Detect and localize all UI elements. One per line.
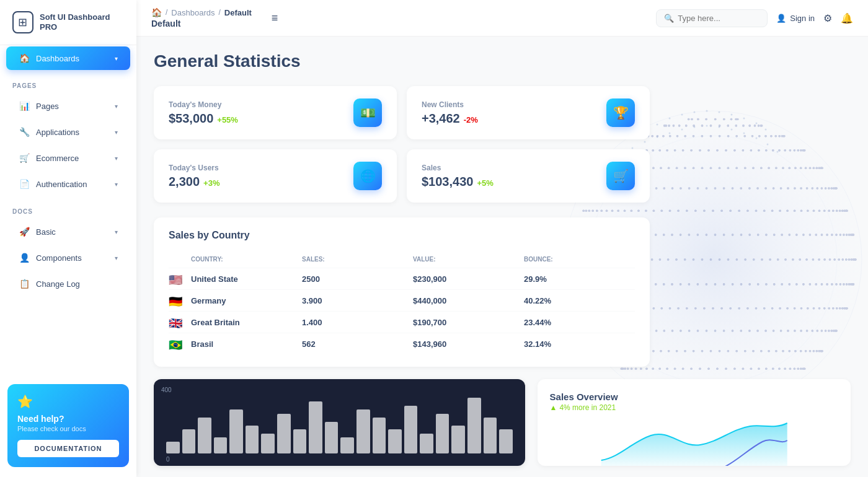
stat-value: $53,000 [169, 112, 213, 126]
country-sales: 3.900 [302, 296, 413, 305]
chart-bar [325, 422, 339, 453]
country-value: $440,000 [413, 296, 524, 305]
country-sales: 2500 [302, 274, 413, 284]
sidebar-item-changelog[interactable]: 📋 Change Log [6, 272, 130, 295]
stat-change: +55% [217, 115, 238, 125]
country-header-row: Country: Sales: Value: Bounce: [169, 251, 635, 268]
page-title: Default [151, 19, 252, 28]
stat-icon-money: 💵 [353, 98, 382, 127]
country-sales: 1.400 [302, 318, 413, 327]
settings-icon[interactable]: ⚙ [823, 12, 832, 24]
svg-point-545 [852, 258, 854, 261]
chevron-down-icon: ▾ [115, 103, 118, 110]
pages-icon: 📊 [19, 100, 30, 112]
country-value: $143,960 [413, 339, 524, 349]
svg-point-719 [852, 234, 854, 236]
breadcrumb: 🏠 / Dashboards / Default [151, 7, 252, 17]
col-header-value: Value: [413, 256, 524, 263]
overview-title: Sales Overview [550, 392, 838, 402]
sales-country-title: Sales by Country [169, 230, 635, 241]
chart-bar [436, 414, 450, 453]
overview-chart [550, 417, 838, 466]
svg-point-544 [854, 258, 856, 261]
components-icon: 👤 [19, 252, 30, 263]
logo-icon: ⊞ [12, 11, 33, 33]
breadcrumb-dashboards[interactable]: Dashboards [171, 8, 215, 17]
sidebar-item-dashboards[interactable]: 🏠 Dashboards ▾ [6, 46, 130, 70]
svg-point-630 [854, 258, 857, 261]
chart-bar [420, 434, 433, 453]
svg-point-628 [852, 258, 854, 261]
chart-bar [388, 429, 402, 453]
overview-header: Sales Overview ▲ 4% more in 2021 [550, 392, 838, 412]
chart-bar [229, 409, 243, 453]
ecommerce-icon: 🛒 [19, 152, 30, 164]
svg-point-542 [854, 258, 857, 261]
sales-overview-card: Sales Overview ▲ 4% more in 2021 [538, 379, 851, 466]
country-value: $190,700 [413, 318, 524, 327]
country-row: 🇩🇪 Germany 3.900 $440,000 40.22% [169, 290, 635, 312]
help-title: Need help? [17, 414, 119, 424]
svg-point-632 [852, 234, 854, 236]
sidebar-item-label: Components [36, 253, 82, 263]
overview-subtitle: ▲ 4% more in 2021 [550, 403, 838, 412]
chart-bar [451, 426, 465, 453]
sidebar-item-components[interactable]: 👤 Components ▾ [6, 246, 130, 269]
changelog-icon: 📋 [19, 278, 30, 289]
stat-label: Sales [422, 164, 494, 172]
sidebar-item-ecommerce[interactable]: 🛒 Ecommerce ▾ [6, 146, 130, 170]
flag-gb: 🇬🇧 [169, 317, 184, 328]
dashboards-icon: 🏠 [19, 53, 30, 64]
country-bounce: 32.14% [524, 339, 635, 349]
svg-point-453 [852, 283, 855, 286]
sales-country-card: Sales by Country Country: Sales: Value: … [154, 217, 650, 367]
country-name: Brasil [191, 339, 302, 349]
chart-bar [166, 442, 180, 453]
chevron-down-icon: ▾ [115, 55, 118, 62]
stat-value: 2,300 [169, 175, 200, 189]
search-box: 🔍 [656, 9, 768, 27]
country-row: 🇧🇷 Brasil 562 $143,960 32.14% [169, 333, 635, 354]
sidebar-logo: ⊞ Soft UI Dashboard PRO [0, 0, 136, 45]
search-icon: 🔍 [664, 14, 674, 23]
documentation-button[interactable]: DOCUMENTATION [17, 440, 119, 457]
country-row: 🇬🇧 Great Britain 1.400 $190,700 23.44% [169, 312, 635, 333]
signin-button[interactable]: 👤 Sign in [776, 14, 815, 23]
country-bounce: 23.44% [524, 318, 635, 327]
stat-card-clients: New Clients +3,462 -2% 🏆 [407, 86, 650, 139]
search-input[interactable] [678, 14, 760, 23]
sidebar-item-pages[interactable]: 📊 Pages ▾ [6, 94, 130, 118]
svg-point-455 [851, 283, 854, 286]
bar-chart-card: 400 0 [154, 379, 525, 466]
chevron-down-icon: ▾ [115, 255, 118, 261]
stat-card-content: New Clients +3,462 -2% [422, 100, 478, 126]
stat-card-content: Today's Money $53,000 +55% [169, 100, 238, 126]
stat-icon-users: 🌐 [353, 162, 382, 190]
country-bounce: 29.9% [524, 274, 635, 284]
stat-card-money: Today's Money $53,000 +55% 💵 [154, 86, 397, 139]
sidebar-item-label: Ecommerce [36, 154, 79, 163]
menu-icon[interactable]: ≡ [272, 12, 278, 25]
sidebar-item-authentication[interactable]: 📄 Authentication ▾ [6, 172, 130, 196]
header-actions: 👤 Sign in ⚙ 🔔 [776, 12, 853, 24]
content: General Statistics Today's Money $53,000… [136, 37, 868, 477]
country-name: United State [191, 274, 302, 284]
chart-bar [246, 426, 259, 453]
country-row: 🇺🇸 United State 2500 $230,900 29.9% [169, 268, 635, 290]
sidebar-item-label: Pages [36, 102, 59, 111]
svg-point-540 [851, 283, 854, 286]
header-left: 🏠 / Dashboards / Default Default [151, 7, 252, 28]
sidebar-item-applications[interactable]: 🔧 Applications ▾ [6, 120, 130, 144]
stats-row: Today's Money $53,000 +55% 💵 New Clients… [154, 86, 650, 203]
country-sales: 562 [302, 339, 413, 349]
chevron-down-icon: ▾ [115, 229, 118, 235]
home-icon[interactable]: 🏠 [151, 7, 162, 17]
breadcrumb-current: Default [224, 8, 252, 17]
stat-card-content: Sales $103,430 +5% [422, 164, 494, 189]
notification-icon[interactable]: 🔔 [841, 12, 853, 24]
country-name: Germany [191, 296, 302, 305]
svg-point-629 [854, 258, 856, 261]
flag-us: 🇺🇸 [169, 273, 184, 284]
sidebar-item-basic[interactable]: 🚀 Basic ▾ [6, 220, 130, 243]
stat-label: New Clients [422, 100, 478, 109]
